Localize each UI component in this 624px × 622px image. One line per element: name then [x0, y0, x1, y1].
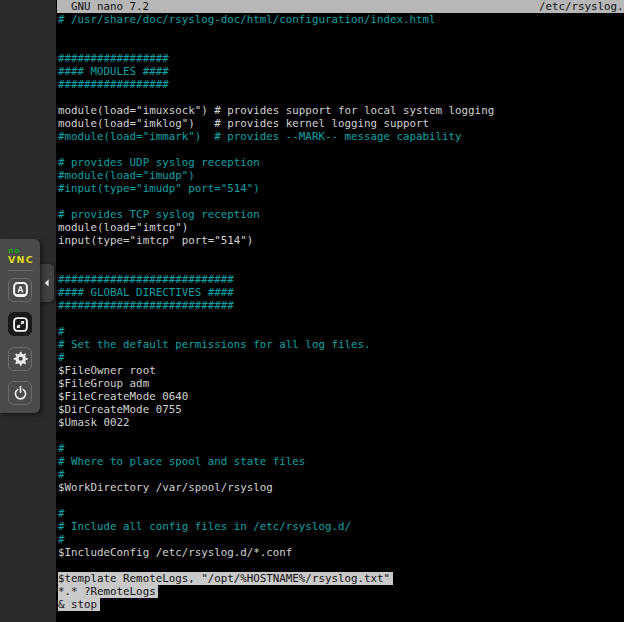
- terminal-line: #### MODULES ####: [58, 65, 624, 78]
- control-bar-separator: [8, 270, 33, 271]
- terminal-line: #: [58, 468, 624, 481]
- terminal-line: $Umask 0022: [58, 416, 624, 429]
- terminal-line: ###########################: [58, 273, 624, 286]
- settings-button[interactable]: [8, 347, 32, 371]
- nano-titlebar: GNU nano 7.2 /etc/rsyslog.conf: [57, 0, 624, 13]
- terminal-line: #: [58, 351, 624, 364]
- terminal-line: #################: [58, 52, 624, 65]
- terminal-line: #: [58, 507, 624, 520]
- terminal-line: #: [58, 325, 624, 338]
- terminal-line: # provides UDP syslog reception: [58, 156, 624, 169]
- terminal-line: [58, 429, 624, 442]
- terminal-content: # /usr/share/doc/rsyslog-doc/html/config…: [58, 13, 624, 622]
- terminal-line: $template RemoteLogs, "/opt/%HOSTNAME%/r…: [58, 572, 624, 585]
- power-button[interactable]: [8, 381, 32, 405]
- novnc-control-bar: no VNC: [0, 239, 40, 413]
- nano-version: GNU nano 7.2: [71, 0, 149, 13]
- vnc-terminal[interactable]: GNU nano 7.2 /etc/rsyslog.conf # /usr/sh…: [56, 0, 624, 622]
- terminal-line: #module(load="imudp"): [58, 169, 624, 182]
- terminal-line: [58, 260, 624, 273]
- terminal-line: [58, 195, 624, 208]
- novnc-logo: no VNC: [8, 246, 34, 264]
- keyboard-a-key-icon: [13, 282, 28, 298]
- terminal-line: #: [58, 533, 624, 546]
- novnc-logo-vnc: VNC: [8, 255, 34, 264]
- terminal-line: $FileGroup adm: [58, 377, 624, 390]
- terminal-line: # Include all config files in /etc/rsysl…: [58, 520, 624, 533]
- nano-filename: /etc/rsyslog.conf: [539, 0, 624, 13]
- terminal-line: module(load="imtcp"): [58, 221, 624, 234]
- terminal-line: #### GLOBAL DIRECTIVES ####: [58, 286, 624, 299]
- terminal-line: & stop: [58, 598, 624, 611]
- novnc-screen: GNU nano 7.2 /etc/rsyslog.conf # /usr/sh…: [0, 0, 624, 622]
- terminal-line: [58, 559, 624, 572]
- terminal-line: [58, 312, 624, 325]
- fullscreen-button[interactable]: [8, 312, 32, 336]
- terminal-line: [58, 91, 624, 104]
- gear-icon: [12, 351, 28, 367]
- terminal-line: #################: [58, 78, 624, 91]
- collapse-arrow-icon: [44, 279, 49, 287]
- terminal-line: # /usr/share/doc/rsyslog-doc/html/config…: [58, 13, 624, 26]
- terminal-line: # provides TCP syslog reception: [58, 208, 624, 221]
- terminal-line: *.* ?RemoteLogs: [58, 585, 624, 598]
- keyboard-button[interactable]: [8, 278, 32, 302]
- terminal-line: module(load="imuxsock") # provides suppo…: [58, 104, 624, 117]
- control-bar-handle[interactable]: [38, 264, 54, 302]
- terminal-line: # Set the default permissions for all lo…: [58, 338, 624, 351]
- terminal-line: $FileOwner root: [58, 364, 624, 377]
- terminal-line: $WorkDirectory /var/spool/rsyslog: [58, 481, 624, 494]
- power-icon: [13, 386, 28, 401]
- terminal-line: # Where to place spool and state files: [58, 455, 624, 468]
- terminal-line: module(load="imklog") # provides kernel …: [58, 117, 624, 130]
- terminal-line: [58, 26, 624, 39]
- terminal-line: ###########################: [58, 299, 624, 312]
- terminal-line: [58, 247, 624, 260]
- fullscreen-arrows-icon: [13, 317, 28, 332]
- terminal-line: [58, 611, 624, 622]
- terminal-line: #: [58, 442, 624, 455]
- terminal-line: #input(type="imudp" port="514"): [58, 182, 624, 195]
- terminal-line: #module(load="immark") # provides --MARK…: [58, 130, 624, 143]
- terminal-line: [58, 39, 624, 52]
- terminal-line: [58, 143, 624, 156]
- terminal-line: $FileCreateMode 0640: [58, 390, 624, 403]
- terminal-line: $DirCreateMode 0755: [58, 403, 624, 416]
- terminal-line: [58, 494, 624, 507]
- terminal-line: $IncludeConfig /etc/rsyslog.d/*.conf: [58, 546, 624, 559]
- terminal-line: input(type="imtcp" port="514"): [58, 234, 624, 247]
